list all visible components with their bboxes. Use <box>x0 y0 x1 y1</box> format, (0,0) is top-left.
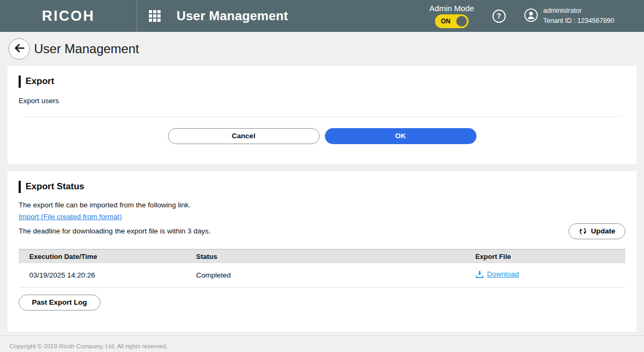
tenant-id: Tenant ID : 1234567890 <box>543 16 614 26</box>
export-status-table: Execution Date/Time Status Export File 0… <box>19 249 625 288</box>
past-export-log-label: Past Export Log <box>32 298 87 306</box>
export-action-row: Cancel OK <box>19 128 625 144</box>
download-link[interactable]: Download <box>475 270 519 279</box>
deadline-text: The deadline for downloading the export … <box>19 227 211 235</box>
past-export-log-button[interactable]: Past Export Log <box>19 295 101 311</box>
help-icon[interactable]: ? <box>492 10 506 23</box>
update-button-label: Update <box>591 227 615 235</box>
update-button[interactable]: Update <box>568 223 625 239</box>
ok-button[interactable]: OK <box>325 128 476 144</box>
back-arrow-icon <box>13 42 26 56</box>
user-text-block: administrator Tenant ID : 1234567890 <box>543 6 614 26</box>
toggle-state-label: ON <box>441 18 450 25</box>
app-title: User Management <box>177 9 288 23</box>
topbar-right-cluster: Admin Mode ON ? administrator Tenant ID … <box>429 4 644 28</box>
top-header: RICOH User Management Admin Mode ON ? ad… <box>0 0 644 32</box>
import-info-text: The export file can be imported from the… <box>19 201 625 209</box>
back-button[interactable] <box>9 38 30 60</box>
username: administrator <box>543 6 614 16</box>
table-header-row: Execution Date/Time Status Export File <box>19 249 625 263</box>
main-content: Export Export users Cancel OK Export Sta… <box>0 66 644 332</box>
export-status-heading: Export Status <box>19 181 625 193</box>
admin-mode-block: Admin Mode ON <box>429 4 474 28</box>
user-account-block[interactable]: administrator Tenant ID : 1234567890 <box>524 6 614 26</box>
export-status-card: Export Status The export file can be imp… <box>7 171 637 332</box>
section-divider <box>23 116 621 117</box>
cancel-button[interactable]: Cancel <box>168 128 320 144</box>
page-header: User Management <box>0 32 644 66</box>
toggle-knob <box>456 16 467 27</box>
copyright-text: Copyright © 2019 Ricoh Company, Ltd. All… <box>10 343 168 349</box>
download-link-label: Download <box>487 270 519 278</box>
column-execution-datetime: Execution Date/Time <box>19 249 186 263</box>
column-status: Status <box>186 249 465 263</box>
export-heading: Export <box>19 76 625 88</box>
ricoh-logo: RICOH <box>0 0 137 32</box>
table-row: 03/19/2025 14:20:26 Completed D <box>19 263 625 288</box>
download-icon <box>475 270 484 279</box>
admin-mode-label: Admin Mode <box>429 4 474 13</box>
deadline-row: The deadline for downloading the export … <box>19 223 625 239</box>
page-title: User Management <box>34 41 139 56</box>
page-footer: Copyright © 2019 Ricoh Company, Ltd. All… <box>0 336 644 352</box>
export-description: Export users <box>19 97 625 105</box>
app-grid-icon[interactable] <box>149 10 161 22</box>
cell-status: Completed <box>186 263 465 288</box>
sync-icon <box>579 227 587 236</box>
admin-mode-toggle[interactable]: ON <box>435 14 469 28</box>
cell-export-file: Download <box>465 263 625 288</box>
cell-execution-datetime: 03/19/2025 14:20:26 <box>19 263 186 288</box>
column-export-file: Export File <box>465 249 625 263</box>
import-link[interactable]: Import (File created from format) <box>19 213 122 221</box>
user-avatar-icon <box>524 8 538 24</box>
ricoh-logo-text: RICOH <box>42 8 95 24</box>
export-card: Export Export users Cancel OK <box>7 66 637 164</box>
